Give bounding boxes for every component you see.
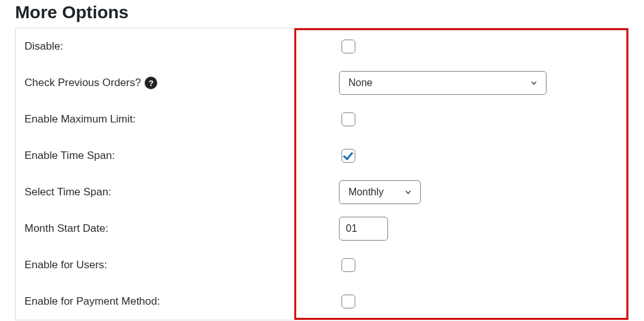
label-disable: Disable: <box>25 40 339 53</box>
row-check-previous-orders: Check Previous Orders? ? None <box>16 65 628 101</box>
label-month-start-date: Month Start Date: <box>25 222 339 235</box>
section-title: More Options <box>15 3 629 23</box>
label-enable-for-payment-method: Enable for Payment Method: <box>25 295 339 308</box>
label-enable-time-span: Enable Time Span: <box>25 150 339 162</box>
enable-time-span-checkbox[interactable] <box>341 149 355 163</box>
select-time-span-value: Monthly <box>348 187 384 198</box>
select-time-span-select[interactable]: Monthly <box>339 180 421 204</box>
chevron-down-icon <box>530 79 538 87</box>
help-icon[interactable]: ? <box>145 77 157 89</box>
check-previous-orders-value: None <box>348 77 372 89</box>
row-enable-time-span: Enable Time Span: <box>16 138 628 174</box>
more-options-panel: Disable: Check Previous Orders? ? None <box>15 28 629 320</box>
label-check-previous-orders: Check Previous Orders? <box>25 77 141 89</box>
enable-max-limit-checkbox[interactable] <box>341 112 355 126</box>
disable-checkbox[interactable] <box>341 40 355 53</box>
enable-for-payment-method-checkbox[interactable] <box>341 295 355 308</box>
row-enable-for-users: Enable for Users: <box>16 247 628 283</box>
row-month-start-date: Month Start Date: <box>16 210 628 247</box>
row-select-time-span: Select Time Span: Monthly <box>16 174 628 210</box>
row-disable: Disable: <box>16 28 628 65</box>
row-enable-max-limit: Enable Maximum Limit: <box>16 101 628 138</box>
month-start-date-input[interactable] <box>339 217 388 241</box>
chevron-down-icon <box>404 188 413 197</box>
enable-for-users-checkbox[interactable] <box>341 258 355 272</box>
label-enable-for-users: Enable for Users: <box>25 259 339 271</box>
check-previous-orders-select[interactable]: None <box>339 71 547 95</box>
row-enable-for-payment-method: Enable for Payment Method: <box>16 283 628 320</box>
label-select-time-span: Select Time Span: <box>25 186 339 199</box>
label-enable-max-limit: Enable Maximum Limit: <box>25 113 339 126</box>
